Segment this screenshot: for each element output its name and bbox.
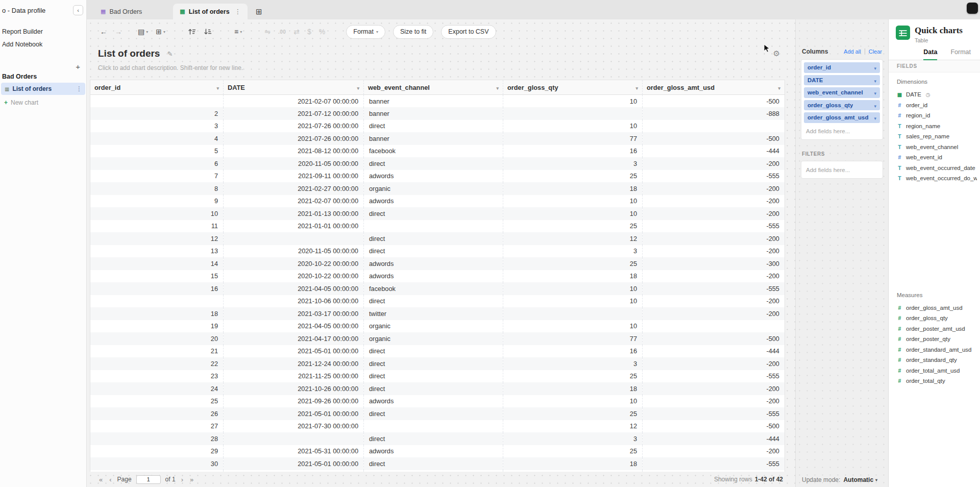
size-to-fit-button[interactable]: Size to fit bbox=[393, 25, 433, 39]
table-row[interactable]: 14 2020-10-22 00:00:00 adwords 25 -300 bbox=[90, 257, 785, 270]
kebab-menu-icon[interactable]: ⋮ bbox=[76, 85, 82, 92]
dimension-field[interactable]: T web_event_channel bbox=[897, 142, 977, 153]
table-row[interactable]: 5 2021-08-12 00:00:00 facebook 16 -444 bbox=[90, 145, 785, 158]
column-header[interactable]: web_event_channel bbox=[364, 80, 503, 95]
chart-description-placeholder[interactable]: Click to add chart description. Shift-en… bbox=[98, 64, 243, 71]
wrap-text-button[interactable]: ⇋ bbox=[264, 28, 271, 36]
update-mode-dropdown[interactable]: Automatic ▾ bbox=[843, 476, 877, 483]
measure-field[interactable]: # order_poster_qty bbox=[897, 334, 977, 345]
table-row[interactable]: 26 2021-05-01 00:00:00 direct 25 -555 bbox=[90, 407, 785, 420]
add-all-link[interactable]: Add all bbox=[844, 48, 861, 55]
table-row[interactable]: 27 2021-07-30 00:00:00 12 -500 bbox=[90, 420, 785, 433]
table-row[interactable]: 2 2021-07-12 00:00:00 banner -888 bbox=[90, 107, 785, 120]
dimension-field[interactable]: # region_id bbox=[897, 110, 977, 121]
tab-data[interactable]: Data bbox=[923, 48, 937, 60]
dimension-field[interactable]: T region_name bbox=[897, 121, 977, 132]
chevron-down-icon[interactable] bbox=[778, 84, 780, 91]
column-pill[interactable]: DATE bbox=[804, 75, 880, 86]
page-input[interactable] bbox=[136, 475, 161, 484]
chart-settings-gear-icon[interactable]: ⚙ bbox=[773, 49, 780, 58]
measure-field[interactable]: # order_poster_amt_usd bbox=[897, 324, 977, 334]
collapse-sidebar-button[interactable]: ‹ bbox=[73, 5, 83, 15]
table-row[interactable]: 10 2021-01-13 00:00:00 direct 10 -200 bbox=[90, 207, 785, 220]
new-chart-button[interactable]: + New chart bbox=[0, 96, 86, 109]
table-row[interactable]: 29 2021-05-31 00:00:00 adwords 25 -200 bbox=[90, 445, 785, 458]
columns-add-fields[interactable]: Add fields here... bbox=[804, 125, 880, 138]
table-row[interactable]: 11 2021-01-01 00:00:00 25 -555 bbox=[90, 220, 785, 233]
sort-descending-button[interactable] bbox=[204, 28, 212, 35]
percent-format-button[interactable]: % bbox=[319, 28, 325, 36]
back-button[interactable]: ← bbox=[100, 28, 107, 36]
table-row[interactable]: 21 2021-05-01 00:00:00 direct 16 -444 bbox=[90, 345, 785, 358]
chart-title[interactable]: List of orders bbox=[98, 48, 160, 59]
alignment-button[interactable]: ≡ ▾ bbox=[234, 28, 242, 36]
table-row[interactable]: 9 2021-02-07 00:00:00 adwords 10 -200 bbox=[90, 195, 785, 208]
table-row[interactable]: 13 2020-11-05 00:00:00 direct 3 -200 bbox=[90, 245, 785, 258]
chevron-down-icon[interactable] bbox=[874, 88, 876, 97]
column-pill[interactable]: web_event_channel bbox=[804, 87, 880, 98]
dimension-field[interactable]: ▦ DATE ◷ bbox=[897, 89, 977, 100]
column-header[interactable]: DATE bbox=[224, 80, 364, 95]
table-row[interactable]: 22 2021-12-24 00:00:00 direct 3 -200 bbox=[90, 357, 785, 370]
table-row[interactable]: 30 2021-05-01 00:00:00 direct 18 -555 bbox=[90, 457, 785, 470]
column-header[interactable]: order_gloss_amt_usd bbox=[643, 80, 785, 95]
dimension-field[interactable]: T sales_rep_name bbox=[897, 131, 977, 142]
chevron-down-icon[interactable] bbox=[874, 101, 876, 110]
table-row[interactable]: 18 2021-03-17 00:00:00 twitter -200 bbox=[90, 307, 785, 320]
measure-field[interactable]: # order_standard_amt_usd bbox=[897, 345, 977, 355]
column-pill[interactable]: order_gloss_qty bbox=[804, 100, 880, 111]
add-item-button[interactable]: + bbox=[76, 63, 80, 70]
filters-add-fields[interactable]: Add fields here... bbox=[804, 164, 880, 177]
column-header[interactable]: order_id bbox=[90, 80, 224, 95]
edit-title-pencil-icon[interactable]: ✎ bbox=[167, 50, 173, 58]
last-page-button[interactable]: » bbox=[189, 476, 194, 483]
table-row[interactable]: 28 direct 3 -444 bbox=[90, 432, 785, 445]
swap-button[interactable]: ⇄ bbox=[293, 28, 300, 36]
table-row[interactable]: 8 2021-02-27 00:00:00 organic 18 -200 bbox=[90, 182, 785, 195]
table-row[interactable]: 16 2021-04-05 00:00:00 facebook 10 -555 bbox=[90, 282, 785, 295]
tab-format[interactable]: Format bbox=[950, 48, 971, 60]
table-row[interactable]: 15 2020-10-22 00:00:00 adwords 18 -200 bbox=[90, 270, 785, 283]
chevron-down-icon[interactable] bbox=[874, 113, 876, 122]
report-builder-link[interactable]: Report Builder bbox=[0, 26, 86, 38]
table-row[interactable]: 3 2021-07-26 00:00:00 direct 10 bbox=[90, 120, 785, 133]
measure-field[interactable]: # order_total_qty bbox=[897, 376, 977, 386]
format-button[interactable]: Format ▾ bbox=[346, 25, 385, 39]
report-name[interactable]: Bad Orders bbox=[0, 70, 86, 82]
chevron-down-icon[interactable] bbox=[216, 84, 219, 91]
table-row[interactable]: 4 2021-07-26 00:00:00 banner 77 -500 bbox=[90, 132, 785, 145]
table-row[interactable]: 25 2021-09-26 00:00:00 adwords 10 -200 bbox=[90, 395, 785, 408]
sort-ascending-button[interactable] bbox=[188, 28, 196, 35]
decimal-format-button[interactable]: .00 bbox=[278, 29, 286, 35]
first-page-button[interactable]: « bbox=[98, 476, 104, 483]
chevron-down-icon[interactable] bbox=[496, 84, 499, 91]
chevron-down-icon[interactable] bbox=[635, 84, 638, 91]
dimension-field[interactable]: T web_event_occurred_do_w_n bbox=[897, 173, 977, 184]
table-row[interactable]: 24 2021-10-26 00:00:00 direct 18 -200 bbox=[90, 382, 785, 395]
table-row[interactable]: 6 2020-11-05 00:00:00 direct 3 -200 bbox=[90, 157, 785, 170]
floating-widget-button[interactable] bbox=[967, 3, 978, 14]
dimension-field[interactable]: # web_event_id bbox=[897, 152, 977, 163]
add-notebook-link[interactable]: Add Notebook bbox=[0, 38, 86, 51]
table-row[interactable]: 20 2021-04-17 00:00:00 organic 77 -500 bbox=[90, 332, 785, 345]
next-page-button[interactable]: › bbox=[180, 476, 184, 483]
prev-page-button[interactable]: ‹ bbox=[108, 476, 112, 483]
kebab-menu-icon[interactable]: ⋮ bbox=[235, 8, 241, 15]
insert-button[interactable]: ⊞ ▾ bbox=[156, 28, 165, 36]
chevron-down-icon[interactable] bbox=[874, 76, 876, 85]
sidebar-item-list-of-orders[interactable]: ▦ List of orders ⋮ bbox=[1, 83, 85, 95]
chevron-down-icon[interactable] bbox=[357, 84, 359, 91]
dimension-field[interactable]: # order_id bbox=[897, 100, 977, 111]
table-row[interactable]: 12 direct 12 -200 bbox=[90, 232, 785, 245]
measure-field[interactable]: # order_gloss_amt_usd bbox=[897, 303, 977, 313]
clear-link[interactable]: Clear bbox=[865, 48, 882, 55]
table-row[interactable]: 19 2021-04-05 00:00:00 organic 10 bbox=[90, 320, 785, 333]
forward-button[interactable]: → bbox=[115, 28, 122, 36]
chevron-down-icon[interactable] bbox=[874, 63, 876, 72]
tab-bad-orders[interactable]: ▦ Bad Orders bbox=[94, 4, 149, 19]
tab-list-of-orders[interactable]: ▦ List of orders ⋮ bbox=[173, 4, 248, 19]
column-header[interactable]: order_gloss_qty bbox=[503, 80, 643, 95]
measure-field[interactable]: # order_total_amt_usd bbox=[897, 366, 977, 376]
dimension-field[interactable]: T web_event_occurred_date bbox=[897, 163, 977, 174]
measure-field[interactable]: # order_gloss_qty bbox=[897, 313, 977, 324]
